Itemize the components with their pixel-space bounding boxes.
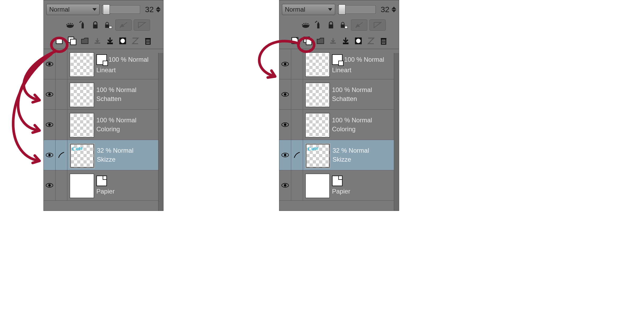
- new-layer-icon[interactable]: [290, 36, 300, 46]
- opacity-slider[interactable]: [337, 5, 376, 14]
- spray-icon[interactable]: [77, 20, 88, 30]
- layer-row[interactable]: Cute32 % NormalSkizze: [44, 140, 163, 170]
- visibility-eye-icon[interactable]: [279, 140, 291, 170]
- layer-opacity-label: 100 % Normal: [344, 56, 384, 63]
- svg-point-4: [81, 21, 82, 22]
- layer-thumbnail[interactable]: Cute: [306, 144, 330, 168]
- svg-rect-37: [329, 25, 333, 28]
- ruler-disabled-icon[interactable]: [134, 20, 150, 31]
- visibility-eye-icon[interactable]: [279, 79, 291, 109]
- trash-icon[interactable]: [378, 36, 389, 46]
- spinner-down-icon[interactable]: [156, 10, 161, 12]
- layer-opacity-label: 100 % Normal: [96, 86, 136, 94]
- scrollbar[interactable]: [158, 53, 163, 211]
- svg-point-55: [284, 63, 286, 65]
- svg-point-31: [48, 184, 51, 186]
- new-folder-icon[interactable]: [80, 36, 90, 46]
- opacity-spinner[interactable]: [156, 7, 161, 12]
- opacity-spinner[interactable]: [392, 7, 396, 12]
- mask-disabled-icon[interactable]: [351, 20, 367, 31]
- visibility-eye-icon[interactable]: [279, 49, 291, 79]
- layer-thumbnail[interactable]: [306, 83, 329, 107]
- visibility-eye-icon[interactable]: [44, 170, 56, 200]
- transfer-down-1-icon[interactable]: [328, 36, 338, 46]
- layer-row[interactable]: Cute32 % NormalSkizze: [279, 140, 399, 170]
- blend-mode-select[interactable]: Normal: [282, 4, 335, 15]
- layer-thumbnail[interactable]: [70, 174, 94, 198]
- opacity-slider-knob[interactable]: [339, 4, 345, 14]
- spinner-up-icon[interactable]: [392, 7, 396, 9]
- svg-rect-7: [109, 26, 112, 28]
- layer-mask-icon[interactable]: [353, 36, 364, 46]
- fx-icon[interactable]: [366, 36, 376, 46]
- visibility-eye-icon[interactable]: [44, 110, 56, 140]
- spinner-down-icon[interactable]: [392, 10, 396, 12]
- spray-icon[interactable]: [313, 20, 324, 30]
- scrollbar[interactable]: [394, 53, 399, 211]
- layer-thumbnail[interactable]: [70, 113, 94, 137]
- new-layer-icon[interactable]: [54, 36, 65, 46]
- layer-mask-icon[interactable]: [117, 36, 128, 46]
- layer-set-icon: [332, 54, 343, 65]
- toolbar-row-2: [44, 33, 163, 49]
- visibility-eye-icon[interactable]: [279, 170, 291, 200]
- transfer-down-2-icon[interactable]: [340, 36, 351, 46]
- blend-mode-label: Normal: [49, 6, 70, 13]
- layer-thumbnail[interactable]: [70, 83, 94, 107]
- visibility-eye-icon[interactable]: [44, 140, 56, 170]
- layer-row[interactable]: 100 % NormalColoring: [279, 110, 399, 140]
- layer-thumbnail[interactable]: Cute: [70, 144, 94, 168]
- puck-icon[interactable]: [65, 20, 75, 30]
- layer-row[interactable]: 100 % NormalLineart: [279, 49, 399, 79]
- lock-icon[interactable]: [326, 20, 336, 30]
- layer-thumbnail[interactable]: [306, 174, 329, 198]
- lock-alpha-icon[interactable]: [103, 20, 113, 30]
- active-pen-icon: [56, 140, 67, 170]
- spinner-up-icon[interactable]: [156, 7, 161, 9]
- layer-opacity-label: 32 % Normal: [97, 147, 133, 154]
- layer-row[interactable]: 100 % NormalSchatten: [44, 79, 163, 110]
- opacity-slider-knob[interactable]: [103, 4, 110, 14]
- layer-thumbnail[interactable]: [70, 53, 94, 76]
- layer-opacity-label: 32 % Normal: [333, 147, 369, 154]
- mask-disabled-icon[interactable]: [115, 20, 132, 31]
- blend-mode-select[interactable]: Normal: [46, 4, 100, 15]
- layer-info: 100 % NormalColoring: [332, 110, 399, 140]
- layer-row[interactable]: Papier: [44, 170, 163, 201]
- visibility-eye-icon[interactable]: [279, 110, 291, 140]
- new-layer-set-icon[interactable]: [67, 36, 77, 46]
- ruler-disabled-icon[interactable]: [369, 20, 386, 31]
- lock-icon[interactable]: [90, 20, 101, 30]
- svg-line-41: [374, 22, 381, 28]
- layer-name: Schatten: [96, 95, 163, 103]
- layer-row[interactable]: Papier: [279, 170, 399, 201]
- active-pen-icon: [56, 79, 67, 109]
- opacity-slider[interactable]: [102, 5, 140, 14]
- layer-row[interactable]: 100 % NormalColoring: [44, 110, 163, 140]
- layer-info: 32 % NormalSkizze: [333, 140, 399, 170]
- layer-row[interactable]: 100 % NormalLineart: [44, 49, 163, 79]
- layer-row[interactable]: 100 % NormalSchatten: [279, 79, 399, 110]
- svg-rect-13: [95, 42, 100, 43]
- svg-point-27: [48, 123, 51, 126]
- new-layer-set-icon[interactable]: [303, 36, 313, 46]
- new-folder-icon[interactable]: [315, 36, 326, 46]
- active-pen-icon: [56, 110, 67, 140]
- lock-alpha-icon[interactable]: [338, 20, 349, 30]
- transfer-down-1-icon[interactable]: [92, 36, 103, 46]
- active-pen-icon: [56, 170, 67, 200]
- visibility-eye-icon[interactable]: [44, 49, 56, 79]
- layer-thumbnail[interactable]: [306, 53, 329, 76]
- fx-icon[interactable]: [130, 36, 141, 46]
- layer-opacity-label: 100 % Normal: [96, 117, 136, 124]
- layers-panel-right: Normal 32 100 % NormalLineart100 % Norma…: [279, 0, 399, 211]
- layer-name: Coloring: [96, 125, 163, 133]
- layer-thumbnail[interactable]: [306, 113, 329, 137]
- puck-icon[interactable]: [300, 20, 311, 30]
- trash-icon[interactable]: [143, 36, 153, 46]
- transfer-down-2-icon[interactable]: [105, 36, 115, 46]
- svg-rect-45: [330, 42, 336, 43]
- active-pen-icon: [291, 110, 303, 140]
- visibility-eye-icon[interactable]: [44, 79, 56, 109]
- layer-info: 32 % NormalSkizze: [97, 140, 163, 170]
